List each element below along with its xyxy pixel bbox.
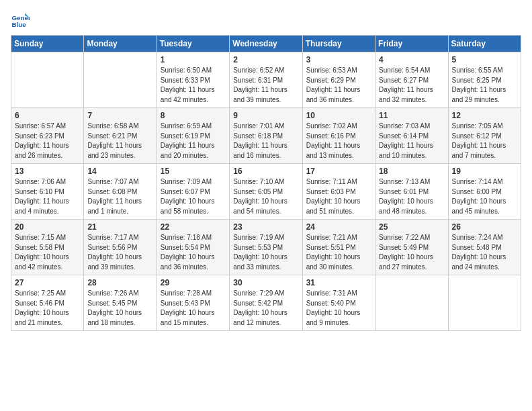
day-number: 22 [161, 222, 226, 232]
day-info: Sunrise: 7:07 AMSunset: 6:08 PMDaylight:… [87, 177, 152, 216]
day-info: Sunrise: 7:06 AMSunset: 6:10 PMDaylight:… [15, 177, 80, 216]
calendar-cell [84, 52, 157, 108]
calendar-cell: 9Sunrise: 7:01 AMSunset: 6:18 PMDaylight… [230, 108, 302, 164]
day-info: Sunrise: 7:11 AMSunset: 6:03 PMDaylight:… [306, 177, 371, 216]
calendar-cell: 30Sunrise: 7:29 AMSunset: 5:42 PMDayligh… [230, 275, 302, 331]
day-info: Sunrise: 6:52 AMSunset: 6:31 PMDaylight:… [233, 66, 298, 105]
calendar-cell: 18Sunrise: 7:13 AMSunset: 6:01 PMDayligh… [375, 164, 448, 220]
weekday-header: Monday [84, 36, 157, 52]
calendar-cell: 25Sunrise: 7:22 AMSunset: 5:49 PMDayligh… [375, 220, 448, 275]
day-number: 21 [87, 222, 152, 232]
calendar-cell: 16Sunrise: 7:10 AMSunset: 6:05 PMDayligh… [230, 164, 302, 220]
day-number: 26 [452, 222, 517, 232]
calendar-week-row: 1Sunrise: 6:50 AMSunset: 6:33 PMDaylight… [11, 52, 521, 108]
calendar-week-row: 6Sunrise: 6:57 AMSunset: 6:23 PMDaylight… [11, 108, 521, 164]
day-number: 14 [87, 167, 152, 176]
day-number: 2 [233, 55, 298, 64]
day-number: 24 [306, 222, 371, 232]
calendar-cell: 2Sunrise: 6:52 AMSunset: 6:31 PMDaylight… [230, 52, 302, 108]
day-info: Sunrise: 7:21 AMSunset: 5:51 PMDaylight:… [306, 233, 371, 272]
calendar-cell: 24Sunrise: 7:21 AMSunset: 5:51 PMDayligh… [302, 220, 375, 275]
calendar-cell [11, 52, 84, 108]
calendar-cell [375, 275, 448, 331]
day-number: 15 [161, 167, 226, 176]
day-number: 7 [87, 111, 152, 120]
day-info: Sunrise: 7:26 AMSunset: 5:45 PMDaylight:… [87, 289, 152, 328]
day-number: 10 [306, 111, 371, 120]
day-info: Sunrise: 7:09 AMSunset: 6:07 PMDaylight:… [161, 177, 226, 216]
day-info: Sunrise: 7:15 AMSunset: 5:58 PMDaylight:… [15, 233, 80, 272]
day-number: 18 [379, 167, 444, 176]
day-number: 12 [452, 111, 517, 120]
weekday-header: Saturday [448, 36, 521, 52]
calendar-cell: 23Sunrise: 7:19 AMSunset: 5:53 PMDayligh… [230, 220, 302, 275]
day-number: 23 [233, 222, 298, 232]
day-info: Sunrise: 6:59 AMSunset: 6:19 PMDaylight:… [161, 122, 226, 161]
day-info: Sunrise: 7:01 AMSunset: 6:18 PMDaylight:… [233, 122, 298, 161]
day-info: Sunrise: 7:13 AMSunset: 6:01 PMDaylight:… [379, 177, 444, 216]
day-number: 4 [379, 55, 444, 64]
page-header: General Blue [11, 11, 521, 30]
day-number: 5 [452, 55, 517, 64]
calendar-cell: 13Sunrise: 7:06 AMSunset: 6:10 PMDayligh… [11, 164, 84, 220]
logo-icon: General Blue [11, 11, 30, 30]
calendar-cell: 12Sunrise: 7:05 AMSunset: 6:12 PMDayligh… [448, 108, 521, 164]
day-info: Sunrise: 7:25 AMSunset: 5:46 PMDaylight:… [15, 289, 80, 328]
calendar-cell: 26Sunrise: 7:24 AMSunset: 5:48 PMDayligh… [448, 220, 521, 275]
day-number: 16 [233, 167, 298, 176]
day-number: 27 [15, 278, 80, 287]
calendar-cell: 27Sunrise: 7:25 AMSunset: 5:46 PMDayligh… [11, 275, 84, 331]
day-info: Sunrise: 7:05 AMSunset: 6:12 PMDaylight:… [452, 122, 517, 161]
day-number: 9 [233, 111, 298, 120]
day-info: Sunrise: 6:55 AMSunset: 6:25 PMDaylight:… [452, 66, 517, 105]
day-info: Sunrise: 7:18 AMSunset: 5:54 PMDaylight:… [161, 233, 226, 272]
day-number: 11 [379, 111, 444, 120]
day-number: 8 [161, 111, 226, 120]
day-info: Sunrise: 7:29 AMSunset: 5:42 PMDaylight:… [233, 289, 298, 328]
day-number: 28 [87, 278, 152, 287]
day-info: Sunrise: 7:17 AMSunset: 5:56 PMDaylight:… [87, 233, 152, 272]
calendar-cell: 19Sunrise: 7:14 AMSunset: 6:00 PMDayligh… [448, 164, 521, 220]
day-info: Sunrise: 6:57 AMSunset: 6:23 PMDaylight:… [15, 122, 80, 161]
calendar-cell: 11Sunrise: 7:03 AMSunset: 6:14 PMDayligh… [375, 108, 448, 164]
svg-text:Blue: Blue [11, 21, 26, 28]
calendar-cell: 15Sunrise: 7:09 AMSunset: 6:07 PMDayligh… [157, 164, 229, 220]
calendar-cell: 5Sunrise: 6:55 AMSunset: 6:25 PMDaylight… [448, 52, 521, 108]
weekday-header-row: SundayMondayTuesdayWednesdayThursdayFrid… [11, 36, 521, 52]
logo: General Blue [11, 11, 32, 30]
day-info: Sunrise: 7:22 AMSunset: 5:49 PMDaylight:… [379, 233, 444, 272]
day-info: Sunrise: 7:02 AMSunset: 6:16 PMDaylight:… [306, 122, 371, 161]
day-info: Sunrise: 7:31 AMSunset: 5:40 PMDaylight:… [306, 289, 371, 328]
day-info: Sunrise: 7:10 AMSunset: 6:05 PMDaylight:… [233, 177, 298, 216]
day-info: Sunrise: 7:24 AMSunset: 5:48 PMDaylight:… [452, 233, 517, 272]
day-info: Sunrise: 7:28 AMSunset: 5:43 PMDaylight:… [161, 289, 226, 328]
day-info: Sunrise: 7:14 AMSunset: 6:00 PMDaylight:… [452, 177, 517, 216]
calendar-cell: 7Sunrise: 6:58 AMSunset: 6:21 PMDaylight… [84, 108, 157, 164]
weekday-header: Tuesday [157, 36, 229, 52]
calendar-cell: 8Sunrise: 6:59 AMSunset: 6:19 PMDaylight… [157, 108, 229, 164]
calendar-cell: 31Sunrise: 7:31 AMSunset: 5:40 PMDayligh… [302, 275, 375, 331]
calendar-cell: 10Sunrise: 7:02 AMSunset: 6:16 PMDayligh… [302, 108, 375, 164]
calendar-cell: 6Sunrise: 6:57 AMSunset: 6:23 PMDaylight… [11, 108, 84, 164]
day-number: 31 [306, 278, 371, 287]
calendar-cell: 29Sunrise: 7:28 AMSunset: 5:43 PMDayligh… [157, 275, 229, 331]
day-number: 6 [15, 111, 80, 120]
calendar-cell [448, 275, 521, 331]
calendar-cell: 17Sunrise: 7:11 AMSunset: 6:03 PMDayligh… [302, 164, 375, 220]
calendar-cell: 1Sunrise: 6:50 AMSunset: 6:33 PMDaylight… [157, 52, 229, 108]
day-info: Sunrise: 6:54 AMSunset: 6:27 PMDaylight:… [379, 66, 444, 105]
calendar-cell: 3Sunrise: 6:53 AMSunset: 6:29 PMDaylight… [302, 52, 375, 108]
day-number: 19 [452, 167, 517, 176]
calendar-cell: 28Sunrise: 7:26 AMSunset: 5:45 PMDayligh… [84, 275, 157, 331]
day-info: Sunrise: 6:58 AMSunset: 6:21 PMDaylight:… [87, 122, 152, 161]
day-number: 30 [233, 278, 298, 287]
calendar-week-row: 27Sunrise: 7:25 AMSunset: 5:46 PMDayligh… [11, 275, 521, 331]
weekday-header: Thursday [302, 36, 375, 52]
day-number: 25 [379, 222, 444, 232]
weekday-header: Wednesday [230, 36, 302, 52]
calendar-cell: 22Sunrise: 7:18 AMSunset: 5:54 PMDayligh… [157, 220, 229, 275]
calendar-table: SundayMondayTuesdayWednesdayThursdayFrid… [11, 35, 521, 331]
calendar-cell: 4Sunrise: 6:54 AMSunset: 6:27 PMDaylight… [375, 52, 448, 108]
day-number: 20 [15, 222, 80, 232]
calendar-cell: 14Sunrise: 7:07 AMSunset: 6:08 PMDayligh… [84, 164, 157, 220]
